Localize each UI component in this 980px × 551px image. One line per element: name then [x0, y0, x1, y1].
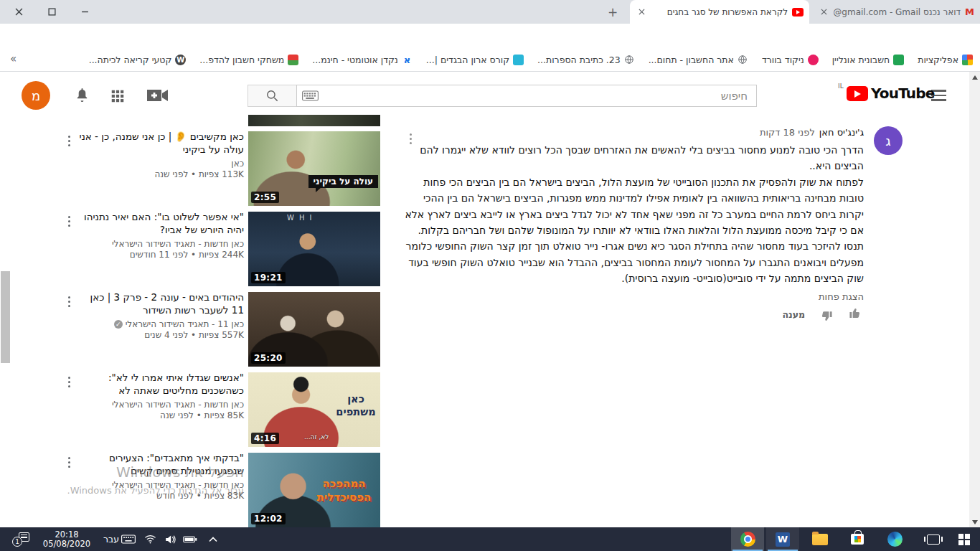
window-restore-button[interactable]: [39, 0, 65, 24]
speaker-icon[interactable]: [161, 527, 179, 551]
taskbar-file-explorer-button[interactable]: [804, 527, 837, 551]
battery-icon[interactable]: [181, 527, 199, 551]
thumbnail-caption: המהפכה הפסיכדלית: [310, 477, 378, 504]
bookmarks-bar: אפליקציות חשבונית אונליין ניקוד בוורד את…: [0, 48, 980, 72]
nikud-icon: [808, 55, 819, 65]
video-channel[interactable]: כאן חדשות - תאגיד השידור הישראלי: [77, 400, 244, 410]
video-duration-badge: 12:02: [251, 513, 286, 524]
taskbar-word-button[interactable]: W: [766, 527, 799, 551]
thumbnail-caption: עולה על ביקיני: [308, 175, 378, 188]
bookmark-nakdan[interactable]: אנקדן אוטומטי - חינמ...: [312, 55, 413, 65]
video-thumbnail[interactable]: כאן משתפים לא, זה... 4:16: [248, 372, 380, 447]
taskbar-task-view-button[interactable]: [917, 527, 950, 551]
video-item[interactable]: "בדקתי איך מתאבדים": הצעירים שנפגעו מנטי…: [77, 451, 244, 501]
comment-paragraph: לפתוח את שוק ולהפסיק את התכנון הסובייטי …: [399, 174, 864, 287]
comment-paragraph: הדרך הכי טובה למנוע מחסור בביצים בלי להא…: [399, 142, 864, 174]
scrollbar-thumb[interactable]: [1, 271, 10, 363]
video-title[interactable]: "אנשים שגדלו איתי אמרו לי לא": כשהשכנים …: [77, 371, 244, 397]
edge-icon: [887, 532, 903, 547]
video-duration-badge: 2:55: [251, 192, 279, 203]
comment-avatar[interactable]: ג: [874, 126, 903, 155]
partial-thumbnail[interactable]: [248, 115, 380, 126]
start-button[interactable]: [948, 527, 980, 551]
thumbnail-caption: כאן משתפים: [335, 392, 377, 418]
video-title[interactable]: כאן מקשיבים 👂 | כן אני שמנה, כן - אני עו…: [77, 130, 244, 156]
youtube-apps-grid-icon[interactable]: [110, 88, 126, 107]
tab-gmail-title: דואר נכנס it@gmail.com - Gmail: [834, 7, 961, 17]
youtube-logo-text[interactable]: YouTube: [871, 85, 935, 102]
video-options-icon[interactable]: [68, 457, 70, 468]
tab-youtube-active[interactable]: לקראת האפשרות של סגר בחגים: [630, 0, 809, 24]
video-options-icon[interactable]: [68, 377, 70, 387]
tray-chevron-icon[interactable]: [204, 527, 222, 551]
search-button[interactable]: [248, 85, 297, 107]
video-options-icon[interactable]: [68, 296, 70, 307]
youtube-account-avatar[interactable]: מ: [22, 81, 50, 110]
new-tab-button[interactable]: +: [604, 4, 621, 21]
globe-icon: [738, 55, 748, 65]
wifi-icon[interactable]: [141, 527, 159, 551]
page-scrollbar[interactable]: [969, 72, 980, 527]
video-item[interactable]: "אנשים שגדלו איתי אמרו לי לא": כשהשכנים …: [77, 371, 244, 420]
video-item[interactable]: "אי אפשר לשלוט בו": האם יאיר נתניהו יהיה…: [77, 210, 244, 260]
video-options-icon[interactable]: [68, 136, 70, 146]
bookmark-nikud[interactable]: ניקוד בוורד: [762, 55, 819, 65]
comment-options-icon[interactable]: [410, 133, 412, 144]
tab-gmail[interactable]: M דואר נכנס it@gmail.com - Gmail: [812, 0, 980, 24]
video-channel[interactable]: כאן חדשות - תאגיד השידור הישראלי: [77, 480, 244, 490]
tab-close-icon[interactable]: [636, 6, 647, 18]
scrollbar-down-arrow[interactable]: [969, 517, 980, 527]
bookmark-apps[interactable]: אפליקציות: [918, 55, 973, 65]
taskbar-clock[interactable]: 20:18 05/08/2020: [36, 527, 98, 551]
touch-keyboard-icon[interactable]: [119, 527, 138, 551]
video-item[interactable]: כאן מקשיבים 👂 | כן אני שמנה, כן - אני עו…: [77, 130, 244, 179]
window-close-button[interactable]: [6, 0, 32, 24]
create-video-icon[interactable]: [147, 88, 168, 105]
video-thumbnail[interactable]: WHI 19:21: [248, 212, 380, 286]
youtube-logo-icon[interactable]: [847, 86, 868, 101]
video-meta: 244K צפיות • לפני 11 חודשים: [77, 250, 244, 260]
video-thumbnail[interactable]: עולה על ביקיני 2:55: [248, 131, 380, 206]
bookmark-math-games[interactable]: משחקי חשבון להדפ...: [199, 55, 298, 65]
notifications-bell-icon[interactable]: [74, 87, 90, 106]
comment-author[interactable]: ג'ינג'יס חאן: [819, 127, 864, 138]
video-title[interactable]: "בדקתי איך מתאבדים": הצעירים שנפגעו מנטי…: [77, 451, 244, 477]
video-channel[interactable]: כאן: [77, 159, 244, 169]
restore-icon: [48, 8, 56, 16]
close-icon: [15, 8, 23, 16]
taskbar-edge-button[interactable]: [878, 527, 911, 551]
comment-body: הדרך הכי טובה למנוע מחסור בביצים בלי להא…: [399, 142, 864, 287]
video-title[interactable]: היהודים באים - עונה 2 - פרק 3 | כאן 11 ל…: [77, 291, 244, 316]
taskbar-chrome-button[interactable]: [731, 527, 764, 551]
dislike-icon[interactable]: [821, 307, 833, 322]
video-thumbnail[interactable]: 25:20: [248, 292, 380, 367]
globe-icon: [624, 55, 635, 65]
video-meta: 85K צפיות • לפני שנה: [77, 410, 244, 420]
verified-badge-icon: ✓: [114, 320, 123, 329]
bookmark-course[interactable]: קורס ארון הבגדים |...: [426, 55, 524, 65]
taskbar-store-button[interactable]: [841, 527, 874, 551]
keyboard-icon[interactable]: [302, 90, 319, 104]
search-input[interactable]: [296, 85, 757, 107]
video-thumbnail[interactable]: המהפכה הפסיכדלית 12:02: [248, 453, 380, 527]
like-icon[interactable]: [849, 307, 861, 322]
video-channel[interactable]: כאן חדשות - תאגיד השידור הישראלי: [77, 239, 244, 249]
video-meta: 83K צפיות • לפני חודש: [77, 491, 244, 501]
bookmark-account-site[interactable]: אתר החשבון - תחום...: [649, 55, 748, 65]
notification-tray-icon[interactable]: 1: [9, 527, 33, 551]
video-item[interactable]: היהודים באים - עונה 2 - פרק 3 | כאן 11 ל…: [77, 291, 244, 340]
video-options-icon[interactable]: [68, 216, 70, 227]
window-minimize-button[interactable]: [72, 0, 98, 24]
show-less-link[interactable]: הצגת פחות: [819, 291, 864, 302]
bookmark-writing[interactable]: 23. כתיבת הספרות...: [537, 55, 635, 65]
apps-grid-icon: [962, 55, 973, 65]
bookmark-invoice[interactable]: חשבונית אונליין: [832, 55, 905, 65]
bookmark-reading[interactable]: Wקטעי קריאה לכיתה...: [89, 55, 187, 65]
scrollbar-up-arrow[interactable]: [969, 72, 980, 83]
video-title[interactable]: "אי אפשר לשלוט בו": האם יאיר נתניהו יהיה…: [77, 210, 244, 236]
video-channel[interactable]: כאן 11 - תאגיד השידור הישראלי✓: [77, 319, 244, 329]
tab-close-icon[interactable]: [818, 6, 829, 18]
bookmarks-overflow-chevron[interactable]: «: [10, 52, 17, 65]
reply-button[interactable]: מענה: [782, 309, 805, 320]
invoice-icon: [893, 55, 904, 65]
